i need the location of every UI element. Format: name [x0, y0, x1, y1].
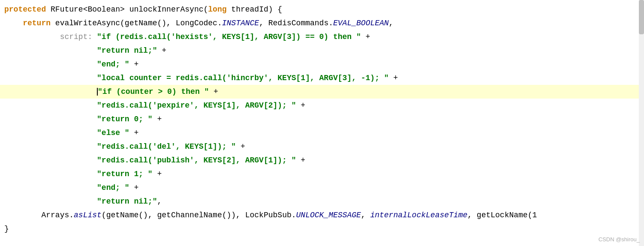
watermark: CSDN @shirou_: [599, 236, 640, 243]
class-lockpubsub: LockPubSub: [245, 211, 292, 219]
keyword-return: return: [23, 19, 51, 27]
string-if-counter: "if (counter > 0) then ": [98, 87, 209, 96]
method-unlockinner: unlockInnerAsync(: [129, 5, 208, 14]
closing-brace: }: [4, 225, 9, 233]
field-internallocktime: internalLockLeaseTime: [370, 211, 467, 219]
keyword-long: long: [208, 5, 226, 14]
code-line-11: "redis.call('del', KEYS[1]); " +: [0, 140, 644, 153]
string-del: "redis.call('del', KEYS[1]); ": [97, 142, 236, 151]
code-line-8: "redis.call('pexpire', KEYS[1], ARGV[2])…: [0, 99, 644, 112]
code-line-4: "return nil;" +: [0, 44, 644, 57]
keyword-protected: protected: [4, 5, 46, 14]
scrollbar[interactable]: [639, 0, 644, 246]
code-container: protected RFuture<Boolean> unlockInnerAs…: [0, 0, 644, 246]
string-publish: "redis.call('publish', KEYS[2], ARGV[1])…: [97, 156, 296, 165]
field-eval-boolean: EVAL_BOOLEAN: [333, 19, 389, 27]
code-line-9: "return 0; " +: [0, 112, 644, 126]
param-threadid: threadId) {: [231, 5, 282, 14]
code-line-17: }: [0, 222, 644, 236]
code-line-10: "else " +: [0, 126, 644, 140]
class-longcodec: LongCodec: [176, 19, 217, 27]
code-line-14: "end; " +: [0, 181, 644, 195]
code-line-6: "local counter = redis.call('hincrby', K…: [0, 71, 644, 85]
string-local-counter: "local counter = redis.call('hincrby', K…: [97, 74, 389, 82]
code-line-15: "return nil;",: [0, 195, 644, 208]
code-line-16: Arrays.asList(getName(), getChannelName(…: [0, 208, 644, 222]
field-instance: INSTANCE: [222, 19, 259, 27]
type-rfuture: RFuture<Boolean>: [51, 5, 125, 14]
class-arrays: Arrays: [41, 211, 69, 219]
field-unlock-message: UNLOCK_MESSAGE: [296, 211, 361, 219]
code-line-2: return evalWriteAsync(getName(), LongCod…: [0, 16, 644, 30]
string-pexpire: "redis.call('pexpire', KEYS[1], ARGV[2])…: [97, 101, 296, 110]
code-line-1: protected RFuture<Boolean> unlockInnerAs…: [0, 3, 644, 16]
code-line-13: "return 1; " +: [0, 167, 644, 181]
code-line-3: script: "if (redis.call('hexists', KEYS[…: [0, 30, 644, 44]
method-evalwrite: evalWriteAsync(getName(),: [55, 19, 176, 27]
code-line-7: "if (counter > 0) then " +: [0, 85, 644, 99]
method-aslist: asList: [74, 211, 102, 219]
string-end-2: "end; ": [97, 183, 129, 192]
string-return-0: "return 0; ": [97, 115, 153, 123]
string-return-nil-2: "return nil;": [97, 197, 157, 206]
string-return-nil: "return nil;": [97, 46, 157, 55]
class-rediscommands: RedisCommands: [268, 19, 328, 27]
label-script: script:: [60, 33, 93, 41]
string-return-1: "return 1; ": [97, 170, 153, 178]
string-end-1: "end; ": [97, 60, 129, 69]
string-else: "else ": [97, 129, 129, 137]
code-line-12: "redis.call('publish', KEYS[2], ARGV[1])…: [0, 153, 644, 167]
code-line-5: "end; " +: [0, 57, 644, 71]
string-hexists: "if (redis.call('hexists', KEYS[1], ARGV…: [97, 33, 361, 41]
scrollbar-thumb[interactable]: [639, 0, 644, 34]
